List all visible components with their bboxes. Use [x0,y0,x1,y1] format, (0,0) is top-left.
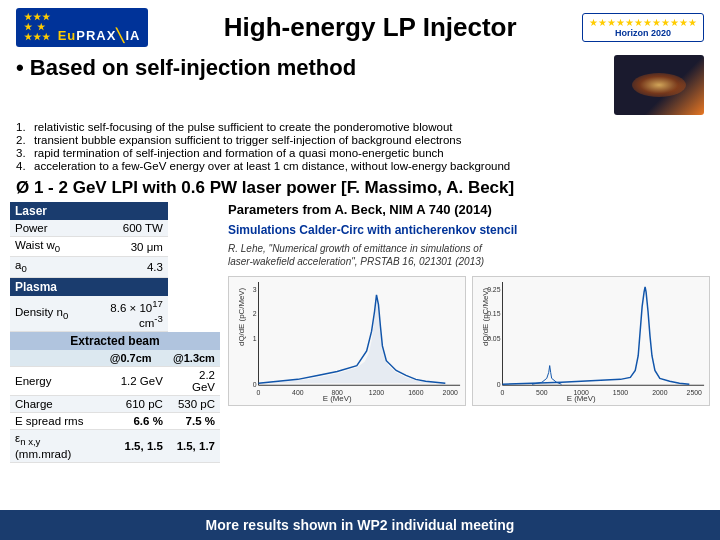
numbered-list: 1. relativistic self-focusing of the pul… [0,121,720,172]
horizon-label: Horizon 2020 [615,28,671,38]
svg-text:0.25: 0.25 [487,286,501,293]
header: ★★★★ ★★★★ EuPRAX╲IA High-energy LP Injec… [0,0,720,51]
bullet-title: • Based on self-injection method [16,55,606,81]
bottom-banner: More results shown in WP2 individual mee… [0,510,720,540]
eupraxia-logo: ★★★★ ★★★★ EuPRAX╲IA [16,8,148,47]
emittance-label: εn x,y (mm.mrad) [10,430,93,462]
energy-row: Energy 1.2 GeV 2.2 GeV [10,367,220,396]
svg-text:0: 0 [257,390,261,397]
svg-text:2000: 2000 [652,390,667,397]
laser-a0-value: 4.3 [93,257,168,277]
logo-eu: Eu [58,28,77,43]
svg-text:1500: 1500 [613,390,628,397]
list-item: 1. relativistic self-focusing of the pul… [16,121,704,133]
bullet-section: • Based on self-injection method [0,51,720,121]
espread-row: E spread rms 6.6 % 7.5 % [10,413,220,430]
charge-v2: 530 pC [168,396,220,413]
list-text: rapid termination of self-injection and … [34,147,444,159]
svg-text:400: 400 [292,390,304,397]
params-subtitle: Simulations Calder-Circ with anticherenk… [228,223,710,239]
list-number: 3. [16,147,30,159]
formula-line: Ø 1 - 2 GeV LPI with 0.6 PW laser power … [0,172,720,202]
energy-v2: 2.2 GeV [168,367,220,396]
table-panel: Laser Power 600 TW Waist w0 30 μm a0 4.3… [10,202,220,463]
list-text: acceleration to a few-GeV energy over at… [34,160,510,172]
charge-row: Charge 610 pC 530 pC [10,396,220,413]
logo-praxia: PRAX [76,28,116,43]
laser-waist-row: Waist w0 30 μm [10,237,220,257]
list-item: 2. transient bubble expansion sufficient… [16,134,704,146]
laser-power-value: 600 TW [93,220,168,237]
svg-text:2500: 2500 [687,390,702,397]
laser-power-row: Power 600 TW [10,220,220,237]
charts-area: dQ/dE (pC/MeV) E (MeV) 3 2 1 0 0 400 800… [228,276,710,406]
svg-text:1: 1 [253,335,257,342]
list-text: transient bubble expansion sufficient to… [34,134,461,146]
espread-v1: 6.6 % [93,413,168,430]
laser-a0-row: a0 4.3 [10,257,220,277]
list-text: relativistic self-focusing of the pulse … [34,121,453,133]
logo-area: ★★★★ ★★★★ EuPRAX╲IA [16,8,148,47]
list-number: 1. [16,121,30,133]
charge-label: Charge [10,396,93,413]
svg-text:800: 800 [331,390,343,397]
svg-text:0.05: 0.05 [487,335,501,342]
plasma-section-header: Plasma [10,277,168,296]
laser-header-row: Laser [10,202,220,220]
svg-text:3: 3 [253,286,257,293]
eu-stars: ★★★★ ★★★★ [24,12,51,42]
emittance-v2: 1.5, 1.7 [168,430,220,462]
main-content: Laser Power 600 TW Waist w0 30 μm a0 4.3… [0,202,720,467]
svg-text:0: 0 [497,382,501,389]
page-title: High-energy LP Injector [148,12,582,43]
extracted-header-row: Extracted beam [10,332,220,351]
svg-text:500: 500 [536,390,548,397]
params-ref: R. Lehe, "Numerical growth of emittance … [228,242,710,268]
horizon-logo: ★★★★★★★★★★★★ Horizon 2020 [582,13,704,42]
svg-text:2000: 2000 [443,390,458,397]
espread-label: E spread rms [10,413,93,430]
laser-waist-label: Waist w0 [10,237,93,257]
middle-panel: Parameters from A. Beck, NIM A 740 (2014… [228,202,710,463]
plasma-density-label: Density n0 [10,296,93,332]
logo-ia: IA [125,28,140,43]
params-title: Parameters from A. Beck, NIM A 740 (2014… [228,202,710,219]
plasma-header-row: Plasma [10,277,220,296]
col-label-header [10,350,93,367]
horizon-stars: ★★★★★★★★★★★★ [589,17,697,28]
charge-v1: 610 pC [93,396,168,413]
chart-2: dQ/dE (pC/MeV) E (MeV) 0.25 0.15 0.05 0 … [472,276,710,406]
plasma-density-value: 8.6 × 1017 cm-3 [93,296,168,332]
energy-label: Energy [10,367,93,396]
extracted-section-header: Extracted beam [10,332,220,351]
bottom-banner-text: More results shown in WP2 individual mee… [206,517,515,533]
plasma-density-row: Density n0 8.6 × 1017 cm-3 [10,296,220,332]
laser-a0-label: a0 [10,257,93,277]
param-table: Laser Power 600 TW Waist w0 30 μm a0 4.3… [10,202,220,463]
col1-header: @0.7cm [93,350,168,367]
formula-text: Ø 1 - 2 GeV LPI with 0.6 PW laser power … [16,178,514,197]
emittance-row: εn x,y (mm.mrad) 1.5, 1.5 1.5, 1.7 [10,430,220,462]
svg-text:2: 2 [253,311,257,318]
col2-header: @1.3cm [168,350,220,367]
laser-power-label: Power [10,220,93,237]
chart-1: dQ/dE (pC/MeV) E (MeV) 3 2 1 0 0 400 800… [228,276,466,406]
simulation-image [614,55,704,115]
svg-text:1000: 1000 [574,390,589,397]
list-item: 4. acceleration to a few-GeV energy over… [16,160,704,172]
svg-text:1200: 1200 [369,390,384,397]
list-number: 4. [16,160,30,172]
svg-text:0.15: 0.15 [487,311,501,318]
list-number: 2. [16,134,30,146]
svg-text:0: 0 [253,382,257,389]
svg-text:dQ/dE (pC/MeV): dQ/dE (pC/MeV) [237,288,246,346]
laser-waist-value: 30 μm [93,237,168,257]
laser-section-header: Laser [10,202,168,220]
espread-v2: 7.5 % [168,413,220,430]
list-item: 3. rapid termination of self-injection a… [16,147,704,159]
emittance-v1: 1.5, 1.5 [93,430,168,462]
svg-text:1600: 1600 [408,390,423,397]
svg-text:0: 0 [501,390,505,397]
extracted-col-headers: @0.7cm @1.3cm [10,350,220,367]
energy-v1: 1.2 GeV [93,367,168,396]
